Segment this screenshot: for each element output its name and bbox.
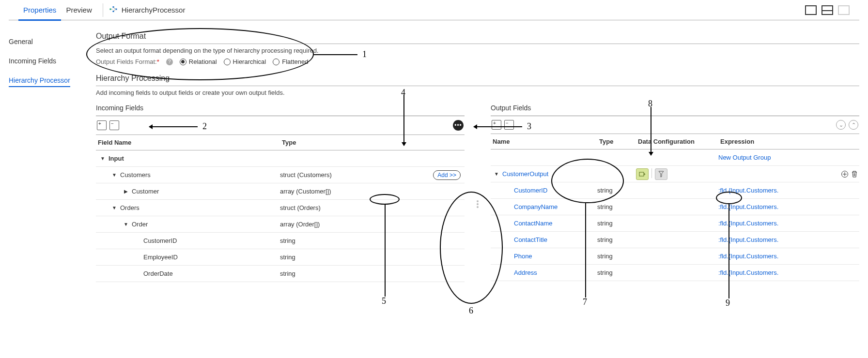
caret-icon[interactable]: ▼: [111, 205, 117, 210]
tab-preview[interactable]: Preview: [61, 0, 96, 20]
trash-icon[interactable]: [850, 169, 859, 179]
field-name: EmployeeID: [143, 254, 178, 261]
field-type: struct (Orders): [280, 204, 465, 211]
radio-flattened[interactable]: Flattened: [273, 58, 308, 65]
output-field-name[interactable]: ContactName: [514, 220, 552, 227]
table-row[interactable]: ContactTitlestring:fld.{Input.Customers.: [491, 232, 859, 248]
incoming-panel: Incoming Fields ••• Field Name Type ▼Inp…: [96, 100, 465, 308]
hp-title: Hierarchy Processing: [96, 74, 859, 83]
expand-all-icon[interactable]: [97, 120, 107, 130]
field-type: string: [280, 237, 465, 244]
expression-text[interactable]: :fld.{Input.Customers.: [718, 236, 859, 243]
caret-icon[interactable]: ▼: [494, 171, 499, 177]
collapse-all-icon[interactable]: [109, 120, 119, 130]
new-output-group-link[interactable]: New Output Group: [718, 154, 771, 161]
output-field-name[interactable]: CompanyName: [514, 203, 558, 210]
tab-properties[interactable]: Properties: [18, 0, 61, 20]
field-type: string: [280, 270, 465, 277]
output-format-title: Output Format: [96, 32, 859, 41]
table-row[interactable]: ▼CustomerOutput: [491, 166, 859, 182]
sidebar-item-incoming[interactable]: Incoming Fields: [9, 51, 91, 71]
header-bar: Properties Preview HierarchyProcessor: [9, 0, 859, 20]
help-icon[interactable]: ?: [166, 59, 173, 65]
output-field-type: string: [597, 187, 636, 194]
sidebar-item-general[interactable]: General: [9, 32, 91, 51]
sidebar-item-hierarchy[interactable]: Hierarchy Processor: [9, 71, 70, 87]
field-name: Orders: [120, 204, 140, 211]
layout-dim-icon[interactable]: [838, 5, 850, 15]
field-type: array (Customer[]): [280, 188, 465, 195]
output-field-name[interactable]: Phone: [514, 253, 532, 260]
output-format-subtitle: Select an output format depending on the…: [96, 47, 859, 54]
radio-relational[interactable]: Relational: [180, 58, 217, 65]
processor-name: HierarchyProcessor: [122, 6, 186, 14]
add-button[interactable]: Add >>: [433, 170, 461, 180]
collapse-all-icon[interactable]: [504, 120, 514, 130]
data-source-icon[interactable]: [636, 168, 649, 180]
field-type: array (Order[]): [280, 221, 465, 228]
radio-hierarchical[interactable]: Hierarchical: [224, 58, 266, 65]
expression-text[interactable]: :fld.{Input.Customers.: [718, 187, 859, 194]
expression-text[interactable]: :fld.{Input.Customers.: [718, 269, 859, 276]
svg-rect-1: [112, 6, 114, 8]
output-tree[interactable]: New Output Group ▼CustomerOutputCustomer…: [491, 149, 859, 308]
field-name: Input: [108, 155, 124, 162]
col-name: Name: [493, 138, 599, 145]
table-row[interactable]: Phonestring:fld.{Input.Customers.: [491, 248, 859, 265]
expand-all-circle-icon[interactable]: ⌄: [836, 120, 846, 130]
add-icon[interactable]: [840, 169, 850, 179]
tree-row[interactable]: ▼Ordersstruct (Orders): [96, 200, 465, 216]
layout-single-icon[interactable]: [805, 5, 817, 15]
table-row[interactable]: Addressstring:fld.{Input.Customers.: [491, 265, 859, 281]
output-field-name[interactable]: CustomerOutput: [502, 170, 548, 178]
collapse-all-circle-icon[interactable]: ⌃: [849, 120, 858, 130]
field-name: OrderDate: [143, 270, 173, 277]
layout-split-icon[interactable]: [822, 5, 833, 15]
output-field-name[interactable]: CustomerID: [514, 187, 547, 194]
caret-icon[interactable]: ▶: [123, 189, 129, 194]
col-type: Type: [282, 139, 296, 146]
output-field-type: string: [597, 253, 636, 260]
output-fields-format-label: Output Fields Format:*: [96, 58, 159, 65]
processor-icon: [109, 5, 122, 15]
hp-subtitle: Add incoming fields to output fields or …: [96, 89, 859, 96]
col-type: Type: [599, 138, 638, 145]
tree-row[interactable]: ▼Orderarray (Order[]): [96, 216, 465, 233]
output-field-name[interactable]: Address: [514, 269, 537, 276]
field-name: Customer: [132, 188, 159, 195]
svg-rect-4: [639, 172, 644, 176]
caret-icon[interactable]: ▼: [111, 172, 117, 178]
expand-all-icon[interactable]: [492, 120, 501, 130]
output-field-name[interactable]: ContactTitle: [514, 236, 547, 243]
field-name: Customers: [120, 171, 151, 179]
tree-row[interactable]: ▶Customerarray (Customer[]): [96, 183, 465, 200]
tree-row[interactable]: CustomerIDstring: [96, 233, 465, 249]
left-sidebar: General Incoming Fields Hierarchy Proces…: [9, 32, 91, 358]
output-panel: Output Fields ⌄ ⌃ Name Type Data Configu…: [491, 100, 859, 308]
output-title: Output Fields: [491, 100, 859, 116]
svg-rect-2: [112, 11, 114, 12]
expression-text[interactable]: :fld.{Input.Customers.: [718, 253, 859, 260]
output-field-type: string: [597, 220, 636, 227]
incoming-tree[interactable]: ▼Input▼Customersstruct (Customers)Add >>…: [96, 150, 465, 308]
expression-text[interactable]: :fld.{Input.Customers.: [718, 203, 859, 210]
col-data-config: Data Configuration: [638, 138, 720, 145]
splitter[interactable]: [474, 100, 481, 308]
table-row[interactable]: CustomerIDstring:fld.{Input.Customers.: [491, 182, 859, 199]
expression-text[interactable]: :fld.{Input.Customers.: [718, 220, 859, 227]
content-area: Output Format Select an output format de…: [91, 32, 859, 358]
tree-row[interactable]: OrderDatestring: [96, 266, 465, 282]
filter-icon[interactable]: [655, 168, 667, 180]
more-icon[interactable]: •••: [453, 120, 464, 131]
table-row[interactable]: CompanyNamestring:fld.{Input.Customers.: [491, 199, 859, 215]
field-name: Order: [132, 221, 148, 228]
tree-row[interactable]: ▼Customersstruct (Customers)Add >>: [96, 167, 465, 183]
caret-icon[interactable]: ▼: [100, 156, 106, 161]
tree-row[interactable]: ▼Input: [96, 150, 465, 167]
field-type: struct (Customers): [280, 171, 433, 179]
table-row[interactable]: ContactNamestring:fld.{Input.Customers.: [491, 215, 859, 232]
output-field-type: string: [597, 236, 636, 243]
field-name: CustomerID: [143, 237, 177, 244]
tree-row[interactable]: EmployeeIDstring: [96, 249, 465, 266]
caret-icon[interactable]: ▼: [123, 222, 129, 227]
